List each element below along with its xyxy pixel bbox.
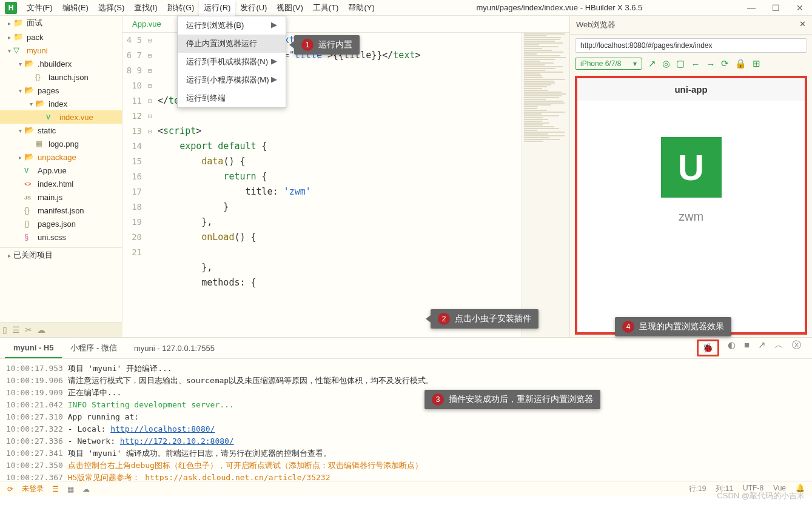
- minimap[interactable]: [521, 33, 569, 337]
- console-line: 10:00:27.350 点击控制台右上角debug图标（红色虫子），可开启断点…: [6, 460, 806, 472]
- console-export-icon[interactable]: ↗: [758, 339, 766, 356]
- closed-projects[interactable]: 已关闭项目: [13, 250, 53, 261]
- debug-bug-icon[interactable]: 🐞: [697, 339, 719, 356]
- browser-url-input[interactable]: http://localhost:8080/#/pages/index/inde…: [575, 38, 807, 53]
- window-icon[interactable]: ▢: [676, 58, 685, 69]
- tree-item-manifest.json[interactable]: manifest.json: [0, 204, 122, 217]
- tree-item-pages[interactable]: ▾pages: [0, 84, 122, 97]
- menu-7[interactable]: 视图(V): [272, 0, 307, 16]
- tree-item-index.vue[interactable]: index.vue: [0, 110, 122, 124]
- tree-item-index[interactable]: ▾index: [0, 97, 122, 110]
- tree-item-myuni[interactable]: ▾myuni: [0, 44, 122, 57]
- close-button[interactable]: ✕: [788, 3, 812, 13]
- fold-gutter[interactable]: ⊟ ⊟ ⊟ ⊟ ⊟ ⊟ ⊟: [148, 33, 158, 337]
- console-tab-0[interactable]: myuni - H5: [5, 338, 62, 358]
- tree-item-面试[interactable]: ▸面试: [0, 16, 122, 30]
- console-panel: myuni - H5小程序 - 微信myuni - 127.0.0.1:7555…: [0, 337, 812, 481]
- folder-open-icon: [24, 125, 35, 135]
- menu-0[interactable]: 文件(F): [22, 0, 58, 16]
- menu-2[interactable]: 选择(S): [93, 0, 129, 16]
- console-clear-icon[interactable]: ⓧ: [792, 339, 801, 356]
- folder-icon: [13, 18, 24, 28]
- callout-num-4: 4: [622, 321, 634, 333]
- sidebar-refresh-icon[interactable]: ☁: [37, 325, 45, 335]
- tree-item-pack[interactable]: ▸pack: [0, 30, 122, 44]
- menu-3[interactable]: 查找(I): [129, 0, 162, 16]
- run-menu-item-1[interactable]: 停止内置浏览器运行: [178, 35, 286, 53]
- chevron-icon[interactable]: ▾: [16, 61, 24, 67]
- lock-icon[interactable]: 🔒: [735, 58, 747, 69]
- tree-label: pack: [27, 33, 43, 42]
- callout-1: 1 运行内置: [294, 35, 360, 55]
- menu-1[interactable]: 编辑(E): [58, 0, 93, 16]
- tree-label: .hbuilderx: [38, 59, 72, 69]
- tree-item-static[interactable]: ▾static: [0, 124, 122, 137]
- tree-item-launch.json[interactable]: launch.json: [0, 70, 122, 84]
- minimize-button[interactable]: —: [739, 3, 763, 13]
- tree-label: manifest.json: [38, 206, 84, 215]
- forward-icon[interactable]: →: [706, 59, 715, 69]
- sidebar-list-icon[interactable]: ☰: [12, 325, 20, 335]
- status-sync-icon[interactable]: ⟳: [7, 485, 13, 493]
- menu-5[interactable]: 运行(R): [199, 0, 235, 16]
- console-tab-1[interactable]: 小程序 - 微信: [62, 338, 126, 358]
- target-icon[interactable]: ◎: [662, 58, 670, 69]
- run-menu-dropdown: 运行到浏览器(B)▶停止内置浏览器运行运行到手机或模拟器(N)▶运行到小程序模拟…: [177, 16, 286, 108]
- scss-icon: [24, 232, 35, 242]
- tree-item-uni.scss[interactable]: uni.scss: [0, 230, 122, 244]
- status-login[interactable]: 未登录: [22, 484, 44, 494]
- device-selector[interactable]: iPhone 6/7/8▾: [575, 58, 642, 70]
- chevron-icon[interactable]: ▸: [5, 20, 13, 27]
- refresh-icon[interactable]: ⟳: [721, 58, 729, 69]
- open-external-icon[interactable]: ↗: [648, 58, 656, 69]
- menu-4[interactable]: 跳转(G): [163, 0, 200, 16]
- back-icon[interactable]: ←: [691, 59, 700, 69]
- line-gutter[interactable]: 4 5 6 7 8 9 10 11 12 13 14 15 16 17 18 1…: [122, 33, 148, 337]
- tree-item-App.vue[interactable]: App.vue: [0, 164, 122, 177]
- console-tab-2[interactable]: myuni - 127.0.0.1:7555: [126, 339, 223, 358]
- sidebar-file-icon[interactable]: ▯: [2, 325, 7, 335]
- js-icon: [24, 192, 35, 202]
- maximize-button[interactable]: ☐: [763, 3, 788, 13]
- menu-8[interactable]: 工具(T): [308, 0, 344, 16]
- project-explorer[interactable]: ▸面试▸pack▾myuni▾.hbuilderxlaunch.json▾pag…: [0, 16, 122, 322]
- console-line: 10:00:17.953 项目 'myuni' 开始编译...: [6, 363, 806, 375]
- status-list-icon[interactable]: ☰: [52, 485, 59, 493]
- tree-item-unpackage[interactable]: ▸unpackage: [0, 150, 122, 164]
- console-collapse-icon[interactable]: ︿: [774, 339, 783, 356]
- menu-9[interactable]: 帮助(Y): [343, 0, 379, 16]
- chevron-icon[interactable]: ▾: [5, 47, 13, 54]
- tree-item-index.html[interactable]: index.html: [0, 177, 122, 190]
- tab-appvue[interactable]: App.vue: [122, 16, 171, 32]
- tree-item-.hbuilderx[interactable]: ▾.hbuilderx: [0, 57, 122, 70]
- tree-label: static: [38, 126, 56, 135]
- console-output[interactable]: 10:00:17.953 项目 'myuni' 开始编译...10:00:19.…: [0, 359, 812, 481]
- status-grid-icon[interactable]: ▦: [67, 485, 74, 493]
- console-stop2-icon[interactable]: ■: [744, 339, 750, 356]
- menu-6[interactable]: 发行(U): [235, 0, 272, 16]
- run-menu-item-3[interactable]: 运行到小程序模拟器(M)▶: [178, 71, 286, 89]
- tree-item-main.js[interactable]: main.js: [0, 190, 122, 204]
- chevron-right-icon: ▶: [271, 75, 277, 85]
- chevron-icon[interactable]: ▾: [16, 87, 24, 94]
- chevron-icon[interactable]: ▾: [16, 127, 24, 134]
- sidebar-pin-icon[interactable]: ✂: [25, 325, 32, 335]
- chevron-icon[interactable]: ▸: [16, 154, 24, 161]
- browser-close-icon[interactable]: ✕: [799, 19, 806, 30]
- run-menu-item-4[interactable]: 运行到终端: [178, 89, 286, 107]
- run-menu-item-0[interactable]: 运行到浏览器(B)▶: [178, 16, 286, 35]
- run-menu-item-2[interactable]: 运行到手机或模拟器(N)▶: [178, 53, 286, 71]
- device-label: iPhone 6/7/8: [580, 59, 621, 68]
- grid-icon[interactable]: ⊞: [753, 58, 760, 69]
- console-line: 10:00:27.322 - Local: http://localhost:8…: [6, 423, 806, 435]
- chevron-icon[interactable]: ▸: [5, 34, 13, 41]
- preview-text: zwm: [577, 210, 805, 224]
- watermark: CSDN @敲代码的小吉米: [717, 490, 805, 501]
- console-stop-icon[interactable]: ◐: [728, 339, 736, 356]
- console-line: 10:00:27.336 - Network: http://172.20.10…: [6, 435, 806, 447]
- tree-item-pages.json[interactable]: pages.json: [0, 217, 122, 230]
- chevron-icon[interactable]: ▾: [27, 101, 35, 107]
- chevron-right-icon[interactable]: ▸: [5, 252, 13, 259]
- tree-item-logo.png[interactable]: logo.png: [0, 137, 122, 150]
- status-cloud-icon[interactable]: ☁: [82, 485, 90, 493]
